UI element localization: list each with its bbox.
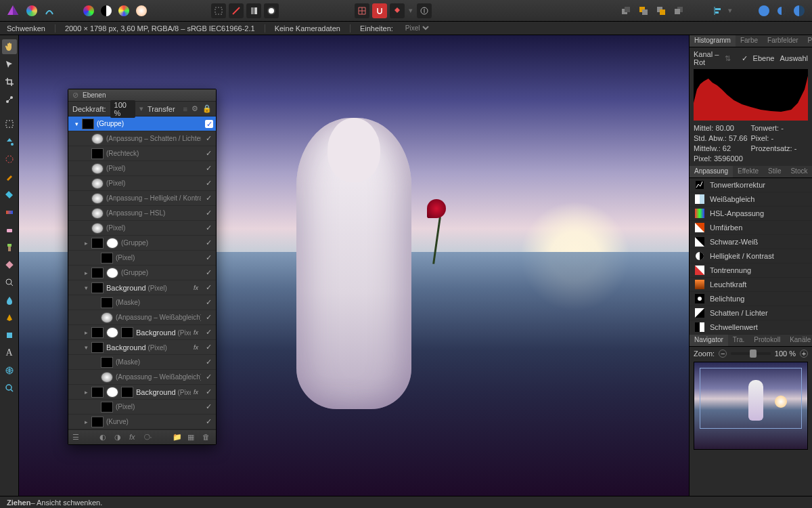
layer-row[interactable]: (Maske)✓ (68, 295, 216, 310)
layers-titlebar[interactable]: ⊘ Ebenen (68, 89, 216, 102)
tab-effects[interactable]: Effekte (733, 166, 763, 177)
visibility-check-icon[interactable]: ✓ (204, 238, 213, 247)
layer-row[interactable]: (Maske)✓ (68, 355, 216, 370)
visibility-check-icon[interactable]: ✓ (204, 387, 213, 396)
auto-contrast-icon[interactable] (99, 3, 114, 18)
visibility-check-icon[interactable]: ✓ (204, 358, 213, 366)
layer-row[interactable]: ▸(Gruppe)✓ (68, 236, 216, 251)
tab-styles[interactable]: Stile (763, 166, 786, 177)
ebene-check[interactable]: Ebene (753, 54, 775, 62)
adjustment-thr[interactable]: Schwellenwert (690, 320, 812, 335)
hand-tool-icon[interactable] (2, 39, 17, 54)
layer-row[interactable]: (Anpassung – Weißabgleich)✓ (68, 310, 216, 325)
layer-row[interactable]: (Pixel)✓ (68, 221, 216, 236)
tab-brushes[interactable]: Pinsel (803, 35, 812, 47)
selection-brush-icon[interactable] (2, 152, 17, 167)
live-filter-icon[interactable]: ⧃ (144, 433, 154, 442)
layer-selected-box[interactable]: ✓ (205, 120, 213, 128)
clone-tool-icon[interactable] (2, 240, 17, 255)
layer-row[interactable]: (Rechteck)✓ (68, 146, 216, 161)
visibility-check-icon[interactable]: ✓ (204, 209, 213, 217)
layer-row[interactable]: (Anpassung – Helligkeit / Kontrast)✓ (68, 191, 216, 206)
adjustment-hsl[interactable]: HSL-Anpassung (690, 207, 812, 221)
zoom-in-icon[interactable]: + (800, 350, 808, 358)
mask-icon[interactable]: ◐ (99, 433, 109, 442)
auto-levels-icon[interactable] (81, 3, 96, 18)
dodge-tool-icon[interactable] (2, 275, 17, 290)
move-tool-icon[interactable] (2, 57, 17, 72)
arrange-forward-icon[interactable] (654, 3, 669, 18)
heal-tool-icon[interactable] (2, 257, 17, 272)
adjustment-bw[interactable]: Schwarz-Weiß (690, 235, 812, 249)
layer-row[interactable]: (Pixel)✓ (68, 176, 216, 191)
shape-tool-icon[interactable] (2, 328, 17, 343)
units-select[interactable]: Pixel (403, 24, 431, 33)
int-op-icon[interactable] (792, 3, 807, 18)
tab-swatches[interactable]: Farbfelder (763, 35, 803, 47)
marquee-tool-icon[interactable] (2, 117, 17, 131)
auto-colors-icon[interactable] (116, 3, 131, 18)
erase-tool-icon[interactable] (2, 222, 17, 237)
zoom-out-icon[interactable]: − (719, 350, 727, 358)
add-op-icon[interactable] (757, 3, 771, 18)
flood-select-icon[interactable] (2, 134, 17, 149)
blend-mode[interactable]: Transfer (148, 105, 175, 113)
layer-row[interactable]: (Anpassung – Weißabgleich)✓ (68, 370, 216, 385)
adjustment-levels[interactable]: Tonwertkorrektur (690, 178, 812, 192)
disclosure-icon[interactable]: ▸ (83, 240, 89, 247)
app-logo-icon[interactable] (5, 3, 20, 18)
layer-row[interactable]: (Pixel)✓ (68, 251, 216, 266)
visibility-check-icon[interactable]: ✓ (204, 328, 213, 337)
paint-brush-icon[interactable] (2, 169, 17, 184)
visibility-check-icon[interactable]: ✓ (204, 373, 213, 381)
arrange-front-icon[interactable] (671, 3, 686, 18)
visibility-check-icon[interactable]: ✓ (204, 179, 213, 188)
zoom-value[interactable]: 100 % (775, 350, 796, 358)
adjustment-wb[interactable]: Weißabgleich (690, 192, 812, 207)
adjustment-bc[interactable]: Helligkeit / Kontrast (690, 249, 812, 263)
auto-wb-icon[interactable] (134, 3, 149, 18)
layer-row[interactable]: (Pixel)✓ (68, 161, 216, 176)
selection-new-icon[interactable] (211, 3, 226, 18)
layer-row[interactable]: ▾(Gruppe)✓ (68, 117, 216, 131)
tab-histogram[interactable]: Histogramm (690, 35, 736, 47)
gear-icon[interactable]: ⚙ (191, 104, 198, 113)
snap-toggle-icon[interactable] (372, 3, 387, 18)
tab-transform[interactable]: Tra. (728, 335, 749, 346)
tab-color[interactable]: Farbe (736, 35, 763, 47)
gradient-tool-icon[interactable] (2, 205, 17, 219)
layers-list[interactable]: ▾(Gruppe)✓(Anpassung – Schatten / Lichte… (68, 117, 216, 429)
zoom-tool-icon[interactable] (2, 381, 17, 396)
mesh-tool-icon[interactable] (2, 363, 17, 378)
visibility-check-icon[interactable]: ✓ (204, 164, 213, 173)
tab-navigator[interactable]: Navigator (690, 335, 728, 346)
zoom-slider[interactable] (731, 352, 771, 355)
disclosure-icon[interactable]: ▾ (83, 344, 89, 351)
photo-persona-icon[interactable] (24, 3, 39, 18)
layer-row[interactable]: (Anpassung – HSL)✓ (68, 206, 216, 221)
adjustment-exp[interactable]: Belichtung (690, 292, 812, 306)
fill-tool-icon[interactable] (2, 187, 17, 202)
disclosure-icon[interactable]: ▸ (83, 389, 89, 396)
layer-row[interactable]: ▸(Kurve)✓ (68, 415, 216, 429)
assistant-icon[interactable]: i (417, 3, 432, 18)
tab-adjustments[interactable]: Anpassung (690, 166, 733, 177)
visibility-check-icon[interactable]: ✓ (204, 417, 213, 426)
blur-tool-icon[interactable] (2, 293, 17, 308)
disclosure-icon[interactable]: ▾ (83, 284, 89, 291)
visibility-check-icon[interactable]: ✓ (204, 283, 213, 292)
adjustment-recolor[interactable]: Umfärben (690, 221, 812, 235)
visibility-check-icon[interactable]: ✓ (204, 268, 213, 277)
text-tool-icon[interactable]: A (2, 345, 17, 360)
auswahl-check[interactable]: Auswahl (780, 54, 808, 62)
crop-tool-icon[interactable] (2, 75, 17, 89)
adjustment-sh[interactable]: Schatten / Lichter (690, 306, 812, 320)
disclosure-icon[interactable]: ▸ (83, 419, 89, 425)
align-left-icon[interactable] (710, 3, 725, 18)
layer-row[interactable]: ▾Background (Pixel)fx✓ (68, 280, 216, 295)
opacity-value[interactable]: 100 % (110, 100, 136, 118)
visibility-check-icon[interactable]: ✓ (204, 224, 213, 232)
visibility-check-icon[interactable]: ✓ (204, 343, 213, 352)
tab-stock[interactable]: Stock (786, 166, 812, 177)
visibility-check-icon[interactable]: ✓ (204, 149, 213, 158)
